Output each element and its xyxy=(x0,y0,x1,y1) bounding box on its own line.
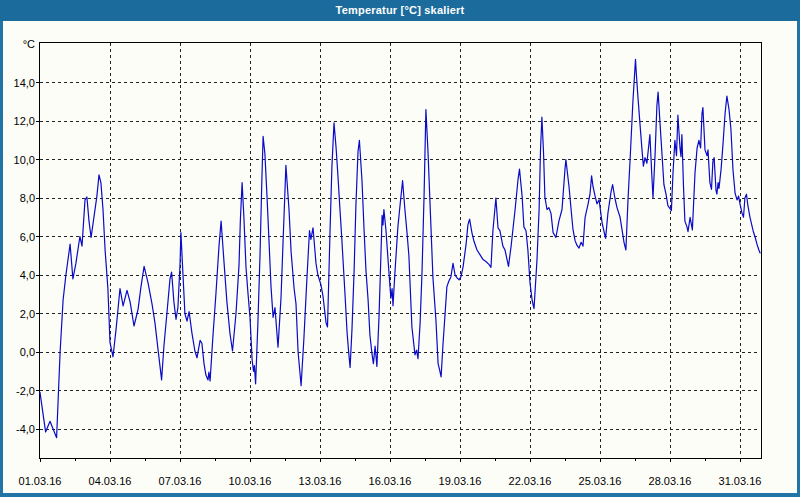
y-tick-label: -4,0 xyxy=(16,423,35,435)
y-axis-unit-label: °C xyxy=(23,38,35,50)
x-tick-label: 07.03.16 xyxy=(159,475,202,487)
y-tick-label: 0,0 xyxy=(20,346,35,358)
x-tick-label: 22.03.16 xyxy=(509,475,552,487)
y-tick-label: 8,0 xyxy=(20,192,35,204)
y-tick-label: 4,0 xyxy=(20,269,35,281)
y-tick-label: 14,0 xyxy=(14,77,35,89)
x-tick-label: 04.03.16 xyxy=(89,475,132,487)
x-tick-label: 19.03.16 xyxy=(439,475,482,487)
x-tick-label: 13.03.16 xyxy=(299,475,342,487)
y-tick-label: 12,0 xyxy=(14,115,35,127)
x-tick-label: 31.03.16 xyxy=(719,475,762,487)
temperature-line-chart: 14,012,010,08,06,04,02,00,0-2,0-4,0°C01.… xyxy=(0,0,800,500)
x-tick-label: 25.03.16 xyxy=(579,475,622,487)
x-tick-label: 10.03.16 xyxy=(229,475,272,487)
y-tick-label: 6,0 xyxy=(20,231,35,243)
y-tick-label: -2,0 xyxy=(16,385,35,397)
plot-area xyxy=(39,42,761,458)
y-tick-label: 10,0 xyxy=(14,154,35,166)
y-tick-label: 2,0 xyxy=(20,308,35,320)
x-tick-label: 28.03.16 xyxy=(649,475,692,487)
x-tick-label: 01.03.16 xyxy=(19,475,62,487)
x-tick-label: 16.03.16 xyxy=(369,475,412,487)
